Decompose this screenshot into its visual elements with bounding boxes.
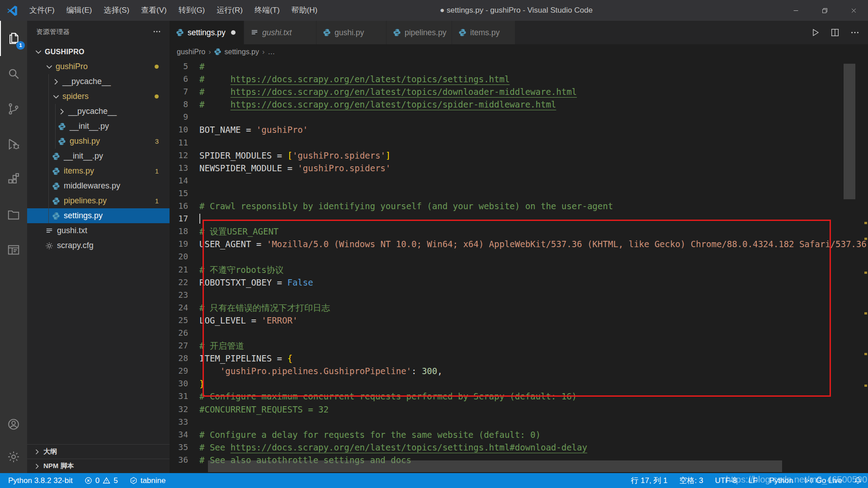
run-file-icon[interactable] [807,25,823,40]
line-number[interactable]: 25 [170,314,199,327]
code-line-5[interactable]: 5# [170,60,868,73]
code-line-33[interactable]: 33 [170,416,868,428]
line-number[interactable]: 12 [170,149,199,162]
code-line-28[interactable]: 28ITEM_PIPELINES = { [170,352,868,365]
code-line-19[interactable]: 19USER_AGENT = 'Mozilla/5.0 (Windows NT … [170,238,868,250]
tab-pipelines-py[interactable]: pipelines.py [387,21,452,44]
menu-item-1[interactable]: 编辑(E) [61,0,98,21]
status-cursor-position[interactable]: 行 17, 列 1 [631,475,667,486]
code-line-21[interactable]: 21# 不遵守robots协议 [170,263,868,276]
code-line-12[interactable]: 12SPIDER_MODULES = ['gushiPro.spiders'] [170,149,868,162]
line-number[interactable]: 20 [170,250,199,263]
menu-item-6[interactable]: 终端(T) [249,0,286,21]
line-number[interactable]: 10 [170,123,199,136]
line-number[interactable]: 36 [170,454,199,466]
code-line-7[interactable]: 7# https://docs.scrapy.org/en/latest/top… [170,85,868,98]
menu-item-7[interactable]: 帮助(H) [286,0,324,21]
activitybar-search[interactable] [0,56,27,91]
code-line-22[interactable]: 22ROBOTSTXT_OBEY = False [170,276,868,289]
status-encoding[interactable]: UTF-8 [715,476,736,485]
line-number[interactable]: 6 [170,73,199,85]
tree-item-gushipro[interactable]: GUSHIPRO [27,44,170,59]
code-line-29[interactable]: 29 'gushiPro.pipelines.GushiproPipeline'… [170,365,868,377]
activitybar-extensions[interactable] [0,162,27,197]
line-number[interactable]: 35 [170,441,199,454]
code-line-31[interactable]: 31# Configure maximum concurrent request… [170,390,868,403]
line-number[interactable]: 32 [170,403,199,416]
line-number[interactable]: 33 [170,416,199,428]
status-language-mode[interactable]: Python [769,476,793,485]
status-python-interpreter[interactable]: Python 3.8.2 32-bit [8,476,73,485]
status-indentation[interactable]: 空格: 3 [679,475,703,486]
code-line-23[interactable]: 23 [170,289,868,301]
tab-gushi-py[interactable]: gushi.py [316,21,387,44]
status-eol[interactable]: LF [749,476,758,485]
tab-gushi-txt[interactable]: gushi.txt [244,21,316,44]
activitybar-accounts[interactable] [0,408,27,441]
code-line-6[interactable]: 6# https://docs.scrapy.org/en/latest/top… [170,73,868,85]
line-number[interactable]: 8 [170,98,199,111]
breadcrumb-segment-1[interactable]: settings.py [214,48,259,56]
line-number[interactable]: 23 [170,289,199,301]
minimize-button[interactable] [781,0,810,21]
activitybar-manage[interactable] [0,441,27,473]
activitybar-project-folder[interactable] [0,197,27,232]
code-line-32[interactable]: 32#CONCURRENT_REQUESTS = 32 [170,403,868,416]
line-number[interactable]: 14 [170,174,199,187]
tree-item-gushi-txt[interactable]: gushi.txt [27,223,170,238]
code-line-17[interactable]: 17 [170,212,868,225]
line-number[interactable]: 19 [170,238,199,250]
line-number[interactable]: 24 [170,301,199,314]
status-notifications[interactable] [854,477,862,484]
line-number[interactable]: 9 [170,111,199,123]
menu-item-0[interactable]: 文件(F) [24,0,61,21]
breadcrumb-segment-0[interactable]: gushiPro [177,48,205,56]
code-line-34[interactable]: 34# Configure a delay for requests for t… [170,428,868,441]
line-number[interactable]: 17 [170,212,199,225]
vertical-scrollbar[interactable] [844,64,855,199]
explorer-more-actions-icon[interactable] [152,27,161,36]
code-line-10[interactable]: 10BOT_NAME = 'gushiPro' [170,123,868,136]
line-number[interactable]: 16 [170,200,199,212]
tab-settings-py[interactable]: settings.py [170,21,244,44]
sidebar-section-1[interactable]: NPM 脚本 [27,459,170,473]
code-line-25[interactable]: 25LOG_LEVEL = 'ERROR' [170,314,868,327]
line-number[interactable]: 28 [170,352,199,365]
sidebar-section-0[interactable]: 大纲 [27,444,170,459]
code-line-26[interactable]: 26 [170,327,868,339]
breadcrumb[interactable]: gushiPro›settings.py›… [170,44,868,59]
tree-item-scrapy-cfg[interactable]: scrapy.cfg [27,238,170,253]
menu-item-2[interactable]: 选择(S) [98,0,135,21]
tree-item-gushipro[interactable]: gushiPro [27,59,170,74]
menu-item-5[interactable]: 运行(R) [211,0,249,21]
close-button[interactable] [839,0,868,21]
code-editor[interactable]: 5#6# https://docs.scrapy.org/en/latest/t… [170,59,868,473]
more-actions-icon[interactable] [847,25,863,40]
line-number[interactable]: 15 [170,187,199,200]
status-go-live[interactable]: Go Live [805,476,842,485]
code-line-16[interactable]: 16# Crawl responsibly by identifying you… [170,200,868,212]
line-number[interactable]: 7 [170,85,199,98]
status-tabnine[interactable]: tabnine [130,476,166,485]
line-number[interactable]: 11 [170,136,199,149]
line-number[interactable]: 29 [170,365,199,377]
code-line-24[interactable]: 24# 只有在错误的情况下才打印日志 [170,301,868,314]
code-line-8[interactable]: 8# https://docs.scrapy.org/en/latest/top… [170,98,868,111]
line-number[interactable]: 30 [170,377,199,390]
activitybar-explorer[interactable]: 1 [0,21,28,56]
line-number[interactable]: 18 [170,225,199,238]
line-number[interactable]: 22 [170,276,199,289]
activitybar-run-and-debug[interactable] [0,127,27,162]
line-number[interactable]: 31 [170,390,199,403]
restore-button[interactable] [810,0,839,21]
status-problems[interactable]: 05 [85,476,118,485]
breadcrumb-segment-2[interactable]: … [268,48,275,56]
code-line-35[interactable]: 35# See https://docs.scrapy.org/en/lates… [170,441,868,454]
code-line-9[interactable]: 9 [170,111,868,123]
line-number[interactable]: 5 [170,60,199,73]
code-line-14[interactable]: 14 [170,174,868,187]
code-line-13[interactable]: 13NEWSPIDER_MODULE = 'gushiPro.spiders' [170,162,868,174]
code-line-27[interactable]: 27# 开启管道 [170,339,868,352]
line-number[interactable]: 13 [170,162,199,174]
code-line-18[interactable]: 18# 设置USER_AGENT [170,225,868,238]
